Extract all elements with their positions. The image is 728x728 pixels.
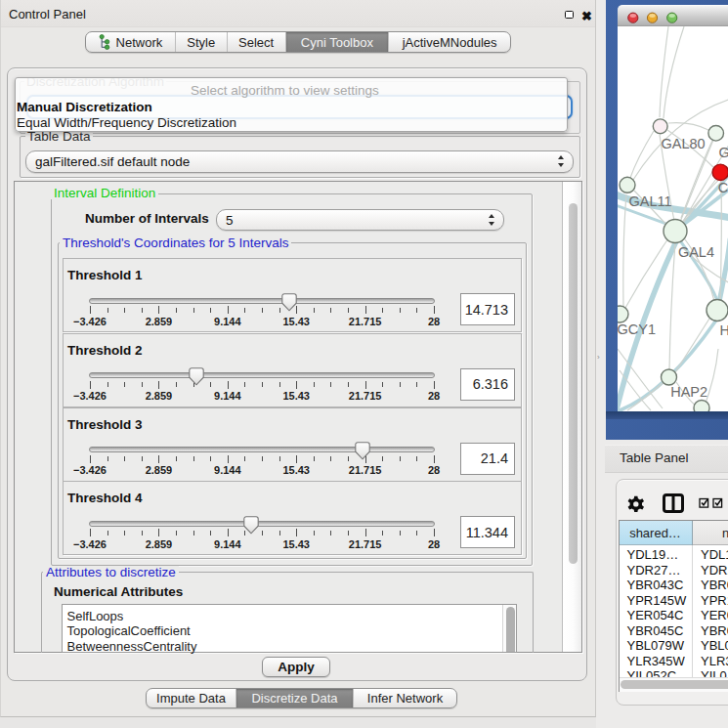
svg-text:HAP2: HAP2 bbox=[670, 384, 707, 400]
svg-text:C: C bbox=[717, 180, 727, 195]
svg-text:HIS: HIS bbox=[719, 322, 728, 338]
svg-text:GAL11: GAL11 bbox=[628, 193, 671, 209]
svg-text:GCY1: GCY1 bbox=[618, 321, 656, 337]
svg-text:GAL80: GAL80 bbox=[661, 136, 705, 151]
svg-text:GAL4: GAL4 bbox=[677, 244, 713, 260]
svg-text:GAL1: GAL1 bbox=[718, 145, 728, 160]
